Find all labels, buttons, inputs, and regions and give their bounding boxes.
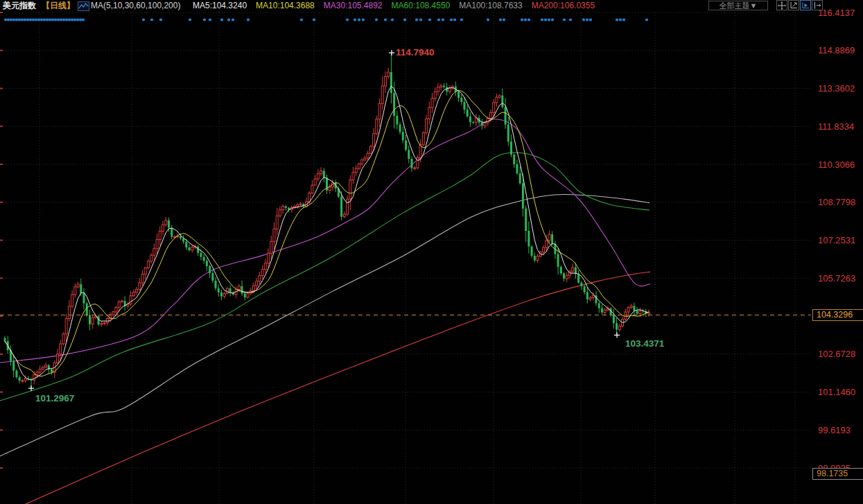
axis-tick-label: 105.7263 xyxy=(818,273,855,284)
axis-tick-label: 101.1460 xyxy=(818,387,855,397)
axis-tick-label: 107.2531 xyxy=(818,235,855,245)
ma-long-lines xyxy=(0,119,650,504)
extreme-cross-icon xyxy=(614,332,620,338)
axis-tick-label: 110.3066 xyxy=(818,159,855,170)
axis-tick-label: 111.8334 xyxy=(818,121,854,132)
ma-value: MA100:108.7633 xyxy=(459,1,522,10)
pan-exit-icon[interactable] xyxy=(812,0,823,10)
axis-tick-label: 102.6728 xyxy=(818,349,855,359)
ma-settings-label: MA(5,10,30,60,100,200) xyxy=(91,1,180,10)
price-annotations: 114.7940103.4371101.2967 xyxy=(28,47,665,403)
ma-value: MA60:108.4550 xyxy=(392,1,451,10)
line-chart-icon xyxy=(78,1,89,11)
period-label: 【日线】 xyxy=(42,1,75,10)
crosshair-move-icon[interactable] xyxy=(776,0,787,10)
ma-legend-values: MA5:104.3240MA10:104.3688MA30:105.4892MA… xyxy=(193,1,595,10)
theme-dropdown-label: 全部主题▼ xyxy=(720,1,758,10)
ma-value: MA30:105.4892 xyxy=(324,1,383,10)
axis-tick-label: 108.7798 xyxy=(818,197,855,207)
ma-value: MA200:106.0355 xyxy=(532,1,595,10)
event-dots[interactable] xyxy=(4,18,648,21)
extreme-price-annotation: 103.4371 xyxy=(625,338,665,349)
axis-tick-label: 113.3602 xyxy=(818,83,855,94)
chart-canvas[interactable]: 116.4137114.8869113.3602111.8334110.3066… xyxy=(0,0,863,504)
axis-tick-label: 99.6193 xyxy=(818,425,851,435)
cursor-price-label: 98.1735 xyxy=(812,468,863,480)
candlesticks xyxy=(4,53,650,388)
ma-value: MA10:104.3688 xyxy=(256,1,315,10)
chart-app: 116.4137114.8869113.3602111.8334110.3066… xyxy=(0,0,863,504)
theme-dropdown[interactable]: 全部主题▼ xyxy=(708,1,768,10)
chart-toolbar xyxy=(776,0,823,10)
extreme-cross-icon xyxy=(389,50,394,55)
current-price-label: 104.3296 xyxy=(812,309,863,321)
ma-line-ma60 xyxy=(0,153,650,401)
header-bar: 美元指数 【日线】 MA(5,10,30,60,100,200) MA5:104… xyxy=(0,0,863,12)
ma-value: MA5:104.3240 xyxy=(193,1,247,10)
price-axis-labels[interactable]: 116.4137114.8869113.3602111.8334110.3066… xyxy=(818,8,855,473)
extreme-price-annotation: 114.7940 xyxy=(396,47,435,58)
grid-lines xyxy=(0,12,811,504)
symbol-title: 美元指数 xyxy=(3,1,36,10)
axis-play-icon[interactable] xyxy=(800,0,811,10)
axis-tick-label: 114.8869 xyxy=(818,45,855,55)
axis-scale-icon[interactable] xyxy=(788,0,799,10)
extreme-price-annotation: 101.2967 xyxy=(35,393,74,403)
